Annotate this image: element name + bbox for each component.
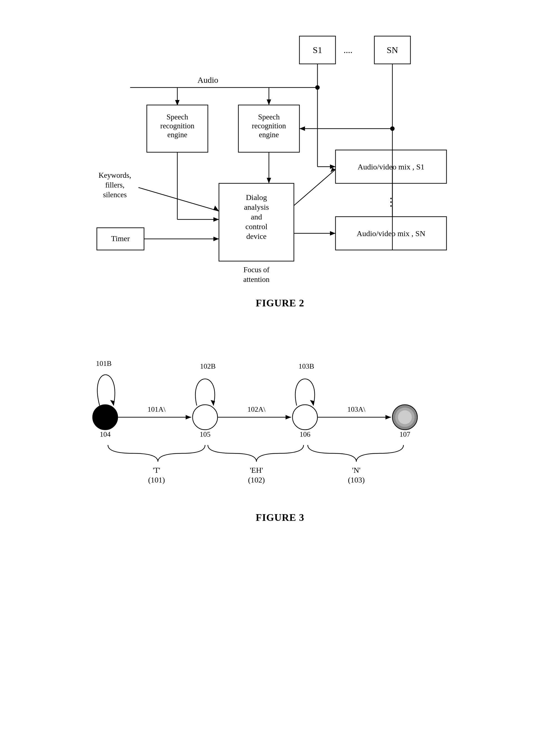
svg-text:S1: S1 — [313, 45, 322, 55]
svg-text:and: and — [251, 213, 262, 221]
svg-marker-35 — [267, 178, 271, 183]
svg-point-9 — [315, 85, 320, 90]
svg-marker-24 — [300, 126, 305, 131]
svg-text:101B: 101B — [96, 359, 111, 367]
svg-text:Keywords,: Keywords, — [99, 171, 131, 180]
svg-text:(101): (101) — [148, 476, 165, 484]
svg-text:Speech: Speech — [258, 113, 280, 121]
figure3-diagram: 104 105 106 107 101A\ 102A\ 103A\ 102B — [72, 337, 488, 503]
svg-marker-60 — [330, 231, 336, 235]
svg-text:fillers,: fillers, — [105, 181, 125, 189]
svg-text:'EH': 'EH' — [250, 466, 263, 475]
svg-text:Audio/video mix , SN: Audio/video mix , SN — [357, 229, 425, 238]
svg-point-63 — [93, 405, 118, 430]
svg-text:recognition: recognition — [252, 122, 286, 130]
svg-text:recognition: recognition — [161, 122, 195, 130]
svg-text:engine: engine — [259, 131, 279, 139]
svg-text:Timer: Timer — [111, 234, 130, 243]
svg-text:....: .... — [344, 45, 352, 55]
svg-text:(102): (102) — [248, 476, 265, 484]
svg-text:102B: 102B — [200, 362, 216, 370]
svg-point-71 — [398, 410, 412, 424]
svg-text:Audio/video mix , S1: Audio/video mix , S1 — [357, 162, 424, 171]
svg-point-65 — [193, 405, 217, 430]
svg-text:device: device — [246, 232, 267, 240]
svg-text:Dialog: Dialog — [246, 193, 267, 202]
svg-marker-80 — [385, 415, 391, 419]
svg-text:104: 104 — [100, 430, 111, 438]
figure2-caption: FIGURE 2 — [22, 297, 538, 309]
svg-text:103B: 103B — [299, 362, 314, 370]
page: S1 .... SN Audio Speech recognition engi… — [0, 0, 560, 745]
svg-text:105: 105 — [200, 430, 211, 438]
svg-text:Audio: Audio — [198, 75, 218, 85]
figure2-diagram: S1 .... SN Audio Speech recognition engi… — [72, 28, 488, 292]
svg-marker-74 — [186, 415, 191, 419]
svg-text:⋮: ⋮ — [385, 196, 396, 208]
svg-text:101A\: 101A\ — [148, 405, 166, 413]
svg-text:106: 106 — [300, 430, 311, 438]
svg-text:analysis: analysis — [244, 203, 269, 212]
figure3-caption: FIGURE 3 — [22, 512, 538, 523]
svg-text:'N': 'N' — [352, 466, 360, 475]
svg-text:103A\: 103A\ — [347, 405, 366, 413]
svg-text:102A\: 102A\ — [248, 405, 266, 413]
svg-text:silences: silences — [103, 191, 127, 199]
svg-line-39 — [138, 188, 219, 211]
svg-point-67 — [292, 405, 317, 430]
svg-text:engine: engine — [167, 131, 187, 139]
svg-marker-21 — [267, 99, 271, 105]
svg-text:SN: SN — [387, 45, 398, 55]
svg-marker-33 — [213, 217, 219, 222]
svg-line-57 — [294, 169, 336, 205]
svg-marker-77 — [285, 415, 291, 419]
svg-text:Speech: Speech — [167, 113, 188, 121]
svg-text:Focus of: Focus of — [243, 265, 270, 274]
svg-text:107: 107 — [399, 430, 411, 438]
svg-marker-44 — [213, 237, 219, 241]
svg-text:'T': 'T' — [153, 466, 160, 475]
svg-marker-40 — [213, 205, 219, 211]
svg-text:(103): (103) — [348, 476, 365, 484]
svg-text:control: control — [245, 222, 268, 231]
svg-text:attention: attention — [243, 275, 270, 284]
